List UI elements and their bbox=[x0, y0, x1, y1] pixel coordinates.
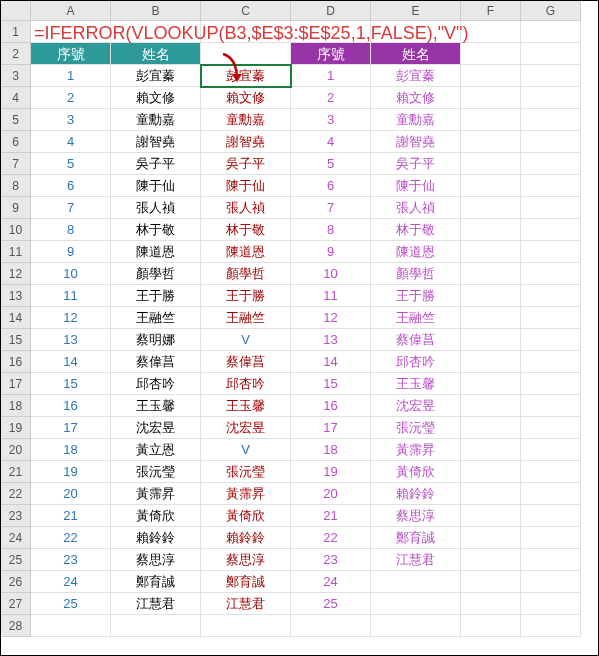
cell-A26[interactable]: 24 bbox=[31, 571, 111, 593]
cell-E6[interactable]: 謝智堯 bbox=[371, 131, 461, 153]
cell-C16[interactable]: 蔡偉菖 bbox=[201, 351, 291, 373]
cell-D16[interactable]: 14 bbox=[291, 351, 371, 373]
cell-F19[interactable] bbox=[461, 417, 521, 439]
cell-B21[interactable]: 張沅瑩 bbox=[111, 461, 201, 483]
row-header[interactable]: 6 bbox=[1, 131, 31, 153]
cell-G1[interactable] bbox=[521, 21, 581, 43]
col-header[interactable]: C bbox=[201, 1, 291, 21]
cell-E19[interactable]: 張沅瑩 bbox=[371, 417, 461, 439]
cell-A20[interactable]: 18 bbox=[31, 439, 111, 461]
cell-G24[interactable] bbox=[521, 527, 581, 549]
cell-D26[interactable]: 24 bbox=[291, 571, 371, 593]
cell-F6[interactable] bbox=[461, 131, 521, 153]
cell-A5[interactable]: 3 bbox=[31, 109, 111, 131]
cell-C17[interactable]: 邱杏吟 bbox=[201, 373, 291, 395]
row-header[interactable]: 9 bbox=[1, 197, 31, 219]
cell-B7[interactable]: 吳子平 bbox=[111, 153, 201, 175]
cell-G2[interactable] bbox=[521, 43, 581, 65]
row-header[interactable]: 5 bbox=[1, 109, 31, 131]
cell-A14[interactable]: 12 bbox=[31, 307, 111, 329]
cell-E22[interactable]: 賴鈴鈴 bbox=[371, 483, 461, 505]
cell-F18[interactable] bbox=[461, 395, 521, 417]
cell-E8[interactable]: 陳于仙 bbox=[371, 175, 461, 197]
cell-F10[interactable] bbox=[461, 219, 521, 241]
cell-B20[interactable]: 黃立恩 bbox=[111, 439, 201, 461]
cell-D10[interactable]: 8 bbox=[291, 219, 371, 241]
cell-E12[interactable]: 顏學哲 bbox=[371, 263, 461, 285]
col-header[interactable]: F bbox=[461, 1, 521, 21]
cell-F24[interactable] bbox=[461, 527, 521, 549]
cell-F27[interactable] bbox=[461, 593, 521, 615]
cell-G6[interactable] bbox=[521, 131, 581, 153]
row-header[interactable]: 7 bbox=[1, 153, 31, 175]
col-header[interactable]: E bbox=[371, 1, 461, 21]
cell-B17[interactable]: 邱杏吟 bbox=[111, 373, 201, 395]
cell-G13[interactable] bbox=[521, 285, 581, 307]
cell-G10[interactable] bbox=[521, 219, 581, 241]
cell-E13[interactable]: 王于勝 bbox=[371, 285, 461, 307]
cell-C11[interactable]: 陳道恩 bbox=[201, 241, 291, 263]
cell-E10[interactable]: 林于敬 bbox=[371, 219, 461, 241]
cell-C8[interactable]: 陳于仙 bbox=[201, 175, 291, 197]
cell-E20[interactable]: 黃霈昇 bbox=[371, 439, 461, 461]
cell-A16[interactable]: 14 bbox=[31, 351, 111, 373]
cell-A19[interactable]: 17 bbox=[31, 417, 111, 439]
cell-F26[interactable] bbox=[461, 571, 521, 593]
cell-F13[interactable] bbox=[461, 285, 521, 307]
cell-C6[interactable]: 謝智堯 bbox=[201, 131, 291, 153]
cell-A4[interactable]: 2 bbox=[31, 87, 111, 109]
cell-G5[interactable] bbox=[521, 109, 581, 131]
cell-D9[interactable]: 7 bbox=[291, 197, 371, 219]
cell-G8[interactable] bbox=[521, 175, 581, 197]
cell-F28[interactable] bbox=[461, 615, 521, 637]
cell-G16[interactable] bbox=[521, 351, 581, 373]
cell-D5[interactable]: 3 bbox=[291, 109, 371, 131]
cell-G14[interactable] bbox=[521, 307, 581, 329]
cell-F9[interactable] bbox=[461, 197, 521, 219]
cell-G20[interactable] bbox=[521, 439, 581, 461]
cell-F7[interactable] bbox=[461, 153, 521, 175]
cell-A22[interactable]: 20 bbox=[31, 483, 111, 505]
cell-E26[interactable] bbox=[371, 571, 461, 593]
cell-F12[interactable] bbox=[461, 263, 521, 285]
cell-F25[interactable] bbox=[461, 549, 521, 571]
row-header[interactable]: 12 bbox=[1, 263, 31, 285]
row-header[interactable]: 19 bbox=[1, 417, 31, 439]
cell-E24[interactable]: 鄭育誠 bbox=[371, 527, 461, 549]
cell-D13[interactable]: 11 bbox=[291, 285, 371, 307]
cell-B2[interactable]: 姓名 bbox=[111, 43, 201, 65]
cell-G19[interactable] bbox=[521, 417, 581, 439]
cell-E21[interactable]: 黃倚欣 bbox=[371, 461, 461, 483]
cell-A9[interactable]: 7 bbox=[31, 197, 111, 219]
cell-D27[interactable]: 25 bbox=[291, 593, 371, 615]
col-header[interactable]: B bbox=[111, 1, 201, 21]
cell-C15[interactable]: V bbox=[201, 329, 291, 351]
cell-G17[interactable] bbox=[521, 373, 581, 395]
cell-G9[interactable] bbox=[521, 197, 581, 219]
row-header[interactable]: 3 bbox=[1, 65, 31, 87]
cell-D28[interactable] bbox=[291, 615, 371, 637]
row-header[interactable]: 17 bbox=[1, 373, 31, 395]
cell-A2[interactable]: 序號 bbox=[31, 43, 111, 65]
cell-D17[interactable]: 15 bbox=[291, 373, 371, 395]
cell-G3[interactable] bbox=[521, 65, 581, 87]
row-header[interactable]: 22 bbox=[1, 483, 31, 505]
cell-A23[interactable]: 21 bbox=[31, 505, 111, 527]
cell-F11[interactable] bbox=[461, 241, 521, 263]
cell-D21[interactable]: 19 bbox=[291, 461, 371, 483]
cell-G26[interactable] bbox=[521, 571, 581, 593]
cell-B24[interactable]: 賴鈴鈴 bbox=[111, 527, 201, 549]
cell-G21[interactable] bbox=[521, 461, 581, 483]
row-header[interactable]: 4 bbox=[1, 87, 31, 109]
row-header[interactable]: 10 bbox=[1, 219, 31, 241]
cell-E16[interactable]: 邱杏吟 bbox=[371, 351, 461, 373]
cell-F22[interactable] bbox=[461, 483, 521, 505]
cell-F2[interactable] bbox=[461, 43, 521, 65]
cell-F15[interactable] bbox=[461, 329, 521, 351]
cell-D14[interactable]: 12 bbox=[291, 307, 371, 329]
cell-C24[interactable]: 賴鈴鈴 bbox=[201, 527, 291, 549]
cell-G12[interactable] bbox=[521, 263, 581, 285]
cell-F20[interactable] bbox=[461, 439, 521, 461]
cell-A24[interactable]: 22 bbox=[31, 527, 111, 549]
cell-G22[interactable] bbox=[521, 483, 581, 505]
